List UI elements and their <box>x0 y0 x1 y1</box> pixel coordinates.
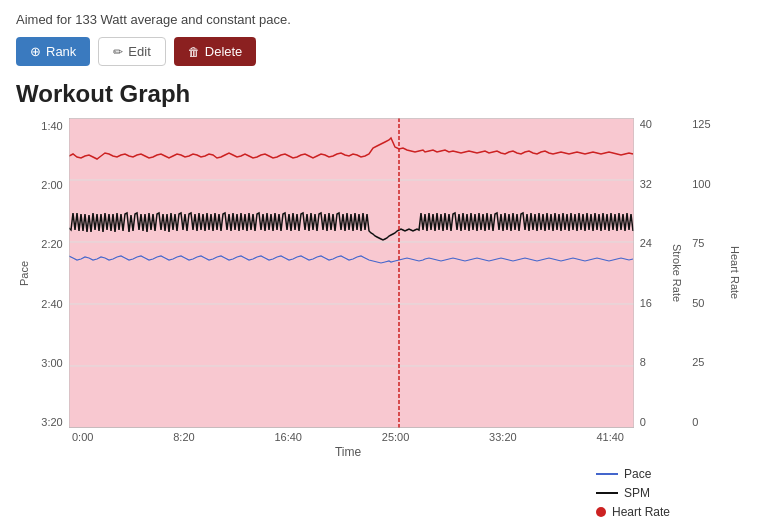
hr-legend-dot <box>596 507 606 517</box>
legend-pace: Pace <box>596 467 744 481</box>
x-tick-4140: 41:40 <box>596 431 624 443</box>
y-axis-pace-label: Pace <box>16 118 32 428</box>
pace-legend-line <box>596 473 618 475</box>
x-axis-labels: 0:00 8:20 16:40 25:00 33:20 41:40 <box>72 431 624 443</box>
y-hr-0: 0 <box>692 416 698 428</box>
y-spm-16: 16 <box>640 297 652 309</box>
y-tick-240: 2:40 <box>41 298 62 310</box>
y-tick-320: 3:20 <box>41 416 62 428</box>
legend-spm: SPM <box>596 486 744 500</box>
y-tick-200: 2:00 <box>41 179 62 191</box>
rank-icon: ⊕ <box>30 44 41 59</box>
x-tick-3320: 33:20 <box>489 431 517 443</box>
legend-hr: Heart Rate <box>596 505 744 519</box>
x-tick-0: 0:00 <box>72 431 93 443</box>
y-tick-220: 2:20 <box>41 238 62 250</box>
y-axis-spm-label: Stroke Rate <box>668 118 686 428</box>
toolbar: ⊕ Rank ✏ Edit 🗑 Delete <box>16 37 744 66</box>
chart-bg <box>69 118 634 428</box>
y-spm-32: 32 <box>640 178 652 190</box>
y-spm-24: 24 <box>640 237 652 249</box>
y-hr-50: 50 <box>692 297 704 309</box>
chart-svg <box>69 118 634 428</box>
x-tick-1640: 16:40 <box>274 431 302 443</box>
chart-container: Pace 1:40 2:00 2:20 2:40 3:00 3:20 <box>16 118 744 428</box>
y-axis-hr-label: Heart Rate <box>726 118 744 428</box>
y-tick-140: 1:40 <box>41 120 62 132</box>
rank-label: Rank <box>46 44 76 59</box>
x-tick-820: 8:20 <box>173 431 194 443</box>
delete-label: Delete <box>205 44 243 59</box>
edit-icon: ✏ <box>113 45 123 59</box>
y-axis-hr-ticks: 125 100 75 50 25 0 <box>686 118 726 428</box>
delete-icon: 🗑 <box>188 45 200 59</box>
y-hr-75: 75 <box>692 237 704 249</box>
section-title: Workout Graph <box>16 80 744 108</box>
y-spm-8: 8 <box>640 356 646 368</box>
hr-legend-label: Heart Rate <box>612 505 670 519</box>
y-hr-125: 125 <box>692 118 710 130</box>
y-axis-left-ticks: 1:40 2:00 2:20 2:40 3:00 3:20 <box>34 118 69 428</box>
edit-label: Edit <box>128 44 150 59</box>
y-spm-0: 0 <box>640 416 646 428</box>
y-tick-300: 3:00 <box>41 357 62 369</box>
edit-button[interactable]: ✏ Edit <box>98 37 165 66</box>
subtitle: Aimed for 133 Watt average and constant … <box>16 12 744 27</box>
pace-legend-label: Pace <box>624 467 651 481</box>
x-axis-label: Time <box>72 445 624 459</box>
spm-legend-line <box>596 492 618 494</box>
y-axis-spm-ticks: 40 32 24 16 8 0 <box>634 118 669 428</box>
rank-button[interactable]: ⊕ Rank <box>16 37 90 66</box>
delete-button[interactable]: 🗑 Delete <box>174 37 257 66</box>
legend: Pace SPM Heart Rate <box>596 467 744 519</box>
y-hr-100: 100 <box>692 178 710 190</box>
y-spm-40: 40 <box>640 118 652 130</box>
spm-legend-label: SPM <box>624 486 650 500</box>
chart-svg-area <box>69 118 634 428</box>
x-tick-2500: 25:00 <box>382 431 410 443</box>
y-hr-25: 25 <box>692 356 704 368</box>
